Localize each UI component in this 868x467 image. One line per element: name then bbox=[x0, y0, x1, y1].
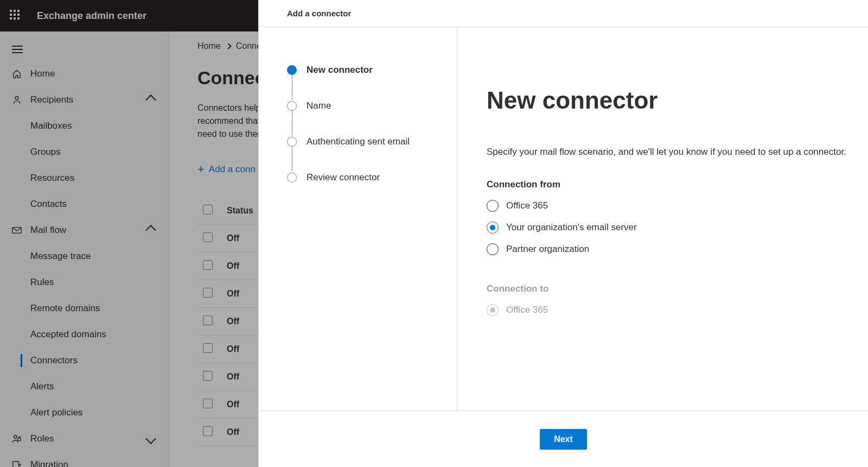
step-label: New connector bbox=[307, 65, 373, 75]
wizard-step[interactable]: Authenticating sent email bbox=[287, 124, 457, 160]
connection-from-option[interactable]: Your organization's email server bbox=[487, 222, 868, 234]
radio-label: Office 365 bbox=[506, 305, 548, 315]
wizard-step[interactable]: Review connector bbox=[287, 160, 457, 195]
wizard-steps: New connectorNameAuthenticating sent ema… bbox=[259, 27, 457, 411]
connection-to-option-office365: Office 365 bbox=[487, 304, 868, 316]
panel-title: Add a connector bbox=[259, 0, 868, 27]
wizard-panel: Add a connector New connectorNameAuthent… bbox=[258, 0, 868, 467]
panel-footer: Next bbox=[259, 411, 868, 467]
connection-from-label: Connection from bbox=[487, 179, 868, 190]
modal-scrim[interactable] bbox=[0, 0, 258, 467]
wizard-step[interactable]: Name bbox=[287, 88, 457, 124]
connection-to-label: Connection to bbox=[487, 283, 868, 294]
step-bullet-icon bbox=[287, 101, 297, 111]
wizard-form: New connector Specify your mail flow sce… bbox=[457, 27, 868, 411]
wizard-step[interactable]: New connector bbox=[287, 52, 457, 88]
step-label: Authenticating sent email bbox=[307, 136, 410, 147]
radio-label: Your organization's email server bbox=[506, 222, 637, 233]
radio-icon bbox=[487, 200, 499, 212]
radio-icon bbox=[487, 243, 499, 255]
step-bullet-icon bbox=[287, 65, 297, 75]
radio-label: Office 365 bbox=[506, 200, 548, 211]
connection-from-option[interactable]: Office 365 bbox=[487, 200, 868, 212]
next-button[interactable]: Next bbox=[540, 429, 587, 450]
step-bullet-icon bbox=[287, 173, 297, 182]
radio-label: Partner organization bbox=[506, 244, 589, 255]
form-lead: Specify your mail flow scenario, and we'… bbox=[487, 147, 868, 157]
connection-from-option[interactable]: Partner organization bbox=[487, 243, 868, 255]
step-label: Name bbox=[307, 100, 331, 111]
form-heading: New connector bbox=[487, 87, 868, 114]
radio-icon bbox=[487, 304, 499, 316]
step-label: Review connector bbox=[307, 172, 380, 183]
step-bullet-icon bbox=[287, 137, 297, 147]
radio-icon bbox=[487, 222, 499, 234]
